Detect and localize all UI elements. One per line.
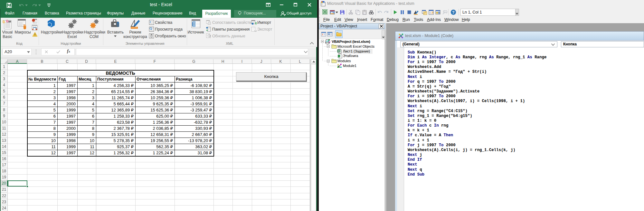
- svg-text:?: ?: [452, 10, 454, 15]
